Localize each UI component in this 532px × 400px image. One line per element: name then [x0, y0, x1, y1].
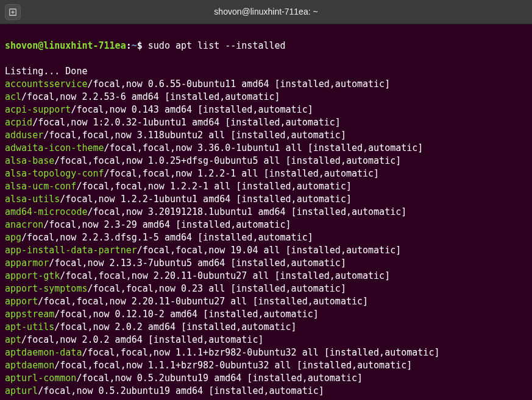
package-details: /focal,focal,now 3.36.0-1ubuntu1 all [in…: [104, 142, 424, 153]
package-details: /focal,now 0.143 amd64 [installed,automa…: [71, 104, 313, 115]
package-name: aptdaemon: [5, 360, 54, 371]
package-name: apport-gtk: [5, 270, 60, 281]
prompt-line: shovon@linuxhint-711ea:~$ sudo apt list …: [5, 40, 527, 52]
package-line: app-install-data-partner/focal,focal,now…: [5, 244, 527, 257]
package-details: /focal,focal,now 1.2.2-1 all [installed,…: [104, 168, 380, 179]
package-name: apparmor: [5, 258, 49, 268]
window-title: shovon@linuxhint-711ea: ~: [21, 6, 511, 18]
package-name: aptdaemon-data: [5, 347, 82, 358]
package-line: aptdaemon/focal,focal,now 1.1.1+bzr982-0…: [5, 359, 527, 372]
package-name: anacron: [5, 219, 43, 230]
package-line: alsa-ucm-conf/focal,focal,now 1.2.2-1 al…: [5, 180, 527, 193]
package-line: adduser/focal,focal,now 3.118ubuntu2 all…: [5, 129, 527, 142]
package-name: apturl: [5, 385, 38, 396]
package-details: /focal,now 2.2.53-6 amd64 [installed,aut…: [21, 91, 280, 102]
package-details: /focal,now 2.2.3.dfsg.1-5 amd64 [install…: [21, 232, 313, 243]
package-line: apport-symptoms/focal,focal,now 0.23 all…: [5, 282, 527, 295]
prompt-dollar: $: [137, 40, 143, 51]
package-line: alsa-utils/focal,now 1.2.2-1ubuntu1 amd6…: [5, 193, 527, 206]
package-name: app-install-data-partner: [5, 245, 137, 256]
package-line: apturl-common/focal,now 0.5.2ubuntu19 am…: [5, 372, 527, 385]
package-details: /focal,now 2.0.2 amd64 [installed,automa…: [54, 321, 296, 332]
package-name: alsa-base: [5, 155, 54, 166]
prompt-path: ~: [132, 40, 137, 51]
package-name: apport-symptoms: [5, 283, 87, 294]
package-name: alsa-utils: [5, 194, 60, 205]
package-line: acl/focal,now 2.2.53-6 amd64 [installed,…: [5, 91, 527, 104]
package-name: accountsservice: [5, 79, 87, 89]
package-details: /focal,now 0.6.55-0ubuntu11 amd64 [insta…: [87, 79, 390, 89]
package-line: acpid/focal,now 1:2.0.32-1ubuntu1 amd64 …: [5, 116, 527, 129]
package-name: appstream: [5, 309, 54, 320]
package-name: alsa-ucm-conf: [5, 181, 76, 192]
package-name: apt-utils: [5, 321, 54, 332]
package-line: apturl/focal,now 0.5.2ubuntu19 amd64 [in…: [5, 385, 527, 398]
package-details: /focal,now 2.13.3-7ubuntu5 amd64 [instal…: [49, 258, 346, 268]
package-details: /focal,now 0.5.2ubuntu19 amd64 [installe…: [76, 373, 363, 384]
package-line: amd64-microcode/focal,now 3.20191218.1ub…: [5, 206, 527, 219]
package-details: /focal,now 2.3-29 amd64 [installed,autom…: [43, 219, 291, 230]
package-name: apg: [5, 232, 21, 243]
package-line: apport/focal,focal,now 2.20.11-0ubuntu27…: [5, 295, 527, 308]
package-name: adduser: [5, 130, 43, 141]
package-line: apg/focal,now 2.2.3.dfsg.1-5 amd64 [inst…: [5, 231, 527, 244]
package-line: apport-gtk/focal,focal,now 2.20.11-0ubun…: [5, 270, 527, 282]
package-details: /focal,focal,now 0.23 all [installed,aut…: [87, 283, 346, 294]
package-line: appstream/focal,now 0.12.10-2 amd64 [ins…: [5, 308, 527, 321]
package-details: /focal,focal,now 2.20.11-0ubuntu27 all […: [60, 270, 390, 281]
prompt-user-host: shovon@linuxhint-711ea: [5, 40, 126, 51]
package-details: /focal,now 1:2.0.32-1ubuntu1 amd64 [inst…: [32, 117, 341, 128]
new-tab-icon: [9, 8, 17, 16]
package-details: /focal,focal,now 1.2.2-1 all [installed,…: [76, 181, 352, 192]
package-name: amd64-microcode: [5, 206, 87, 217]
package-details: /focal,now 2.0.2 amd64 [installed,automa…: [21, 334, 263, 345]
package-name: apt: [5, 334, 21, 345]
package-details: /focal,focal,now 1.1.1+bzr982-0ubuntu32 …: [54, 360, 412, 371]
package-details: /focal,now 3.20191218.1ubuntu1 amd64 [in…: [87, 206, 406, 217]
package-name: apport: [5, 296, 38, 307]
package-name: adwaita-icon-theme: [5, 142, 104, 153]
package-line: anacron/focal,now 2.3-29 amd64 [installe…: [5, 219, 527, 231]
package-details: /focal,focal,now 1.0.25+dfsg-0ubuntu5 al…: [54, 155, 401, 166]
package-line: alsa-base/focal,focal,now 1.0.25+dfsg-0u…: [5, 155, 527, 167]
package-details: /focal,now 0.5.2ubuntu19 amd64 [installe…: [38, 385, 324, 396]
package-name: acpid: [5, 117, 32, 128]
package-name: alsa-topology-conf: [5, 168, 104, 179]
package-name: acpi-support: [5, 104, 71, 115]
prompt-colon: :: [126, 40, 132, 51]
listing-line: Listing... Done: [5, 65, 527, 78]
package-name: acl: [5, 91, 21, 102]
titlebar: shovon@linuxhint-711ea: ~: [0, 0, 532, 24]
package-details: /focal,now 1.2.2-1ubuntu1 amd64 [install…: [60, 194, 352, 205]
package-details: /focal,focal,now 19.04 all [installed,au…: [137, 245, 401, 256]
package-details: /focal,now 0.12.10-2 amd64 [installed,au…: [54, 309, 318, 320]
package-line: alsa-topology-conf/focal,focal,now 1.2.2…: [5, 167, 527, 180]
package-line: acpi-support/focal,now 0.143 amd64 [inst…: [5, 104, 527, 116]
package-details: /focal,focal,now 1.1.1+bzr982-0ubuntu32 …: [82, 347, 439, 358]
new-tab-button[interactable]: [5, 4, 21, 20]
package-line: apt/focal,now 2.0.2 amd64 [installed,aut…: [5, 334, 527, 346]
package-line: apparmor/focal,now 2.13.3-7ubuntu5 amd64…: [5, 257, 527, 270]
package-line: accountsservice/focal,now 0.6.55-0ubuntu…: [5, 78, 527, 91]
package-line: aptdaemon-data/focal,focal,now 1.1.1+bzr…: [5, 346, 527, 359]
package-line: adwaita-icon-theme/focal,focal,now 3.36.…: [5, 142, 527, 155]
package-line: apt-utils/focal,now 2.0.2 amd64 [install…: [5, 321, 527, 334]
terminal-output[interactable]: shovon@linuxhint-711ea:~$ sudo apt list …: [0, 24, 532, 400]
command-text: sudo apt list --installed: [143, 40, 286, 51]
package-details: /focal,focal,now 3.118ubuntu2 all [insta…: [43, 130, 346, 141]
package-name: apturl-common: [5, 373, 76, 384]
package-details: /focal,focal,now 2.20.11-0ubuntu27 all […: [38, 296, 368, 307]
